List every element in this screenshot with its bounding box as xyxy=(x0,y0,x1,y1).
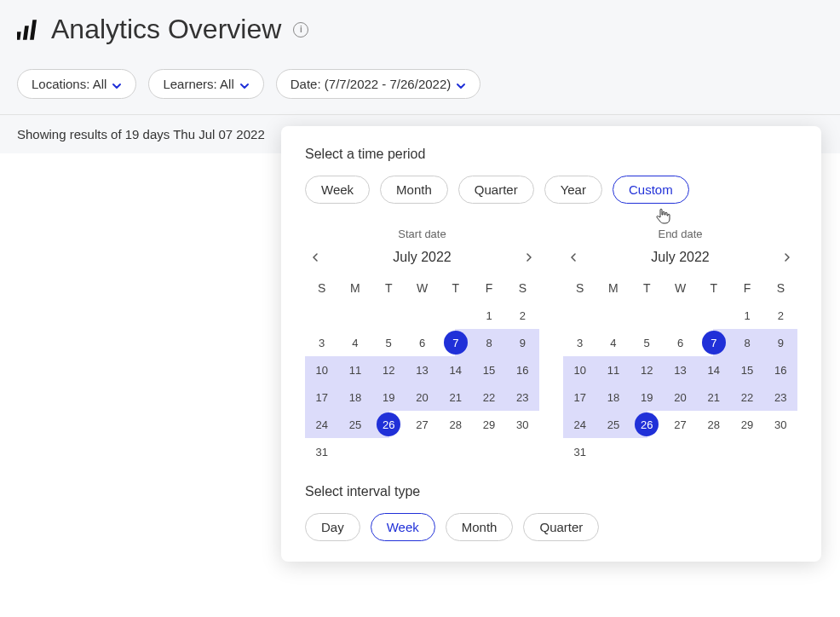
day-16[interactable]: 16 xyxy=(506,356,539,383)
day-8[interactable]: 8 xyxy=(730,329,763,356)
day-1[interactable]: 1 xyxy=(730,302,763,329)
day-11[interactable]: 11 xyxy=(596,356,630,383)
day-10[interactable]: 10 xyxy=(563,356,596,383)
day-6[interactable]: 6 xyxy=(664,329,697,356)
day-5[interactable]: 5 xyxy=(630,329,664,356)
weekday: T xyxy=(372,278,406,298)
day-12[interactable]: 12 xyxy=(372,356,406,383)
day-1[interactable]: 1 xyxy=(472,302,505,329)
day-3[interactable]: 3 xyxy=(305,329,338,356)
day-7[interactable]: 7 xyxy=(439,329,472,356)
chevron-down-icon xyxy=(456,79,466,89)
day-19[interactable]: 19 xyxy=(630,383,664,411)
prev-month-icon[interactable] xyxy=(563,247,584,268)
filter-locations-label: Locations: All xyxy=(32,77,106,91)
day-7[interactable]: 7 xyxy=(697,329,730,356)
day-22[interactable]: 22 xyxy=(472,383,505,411)
day-19[interactable]: 19 xyxy=(372,383,406,411)
day-empty xyxy=(563,302,596,329)
day-3[interactable]: 3 xyxy=(563,329,596,356)
day-13[interactable]: 13 xyxy=(664,356,697,383)
day-25[interactable]: 25 xyxy=(596,411,630,438)
day-empty xyxy=(596,302,630,329)
day-28[interactable]: 28 xyxy=(697,411,730,438)
day-empty xyxy=(305,302,338,329)
day-2[interactable]: 2 xyxy=(764,302,797,329)
day-15[interactable]: 15 xyxy=(472,356,505,383)
weekday: F xyxy=(472,278,505,298)
start-calendar-label: Start date xyxy=(305,228,539,240)
svg-rect-2 xyxy=(30,20,37,39)
period-week[interactable]: Week xyxy=(305,176,370,204)
filter-learners[interactable]: Learners: All xyxy=(148,69,263,99)
interval-day[interactable]: Day xyxy=(305,513,360,541)
day-26[interactable]: 26 xyxy=(372,411,406,438)
day-29[interactable]: 29 xyxy=(472,411,505,438)
header-section: Analytics Overview i Locations: All Lear… xyxy=(0,0,840,115)
period-custom[interactable]: Custom xyxy=(613,176,689,204)
day-24[interactable]: 24 xyxy=(305,411,338,438)
day-17[interactable]: 17 xyxy=(563,383,596,411)
start-days-grid: 1234567891011121314151617181920212223242… xyxy=(305,302,539,465)
next-month-icon[interactable] xyxy=(777,247,797,268)
page-title: Analytics Overview xyxy=(51,14,281,45)
day-26[interactable]: 26 xyxy=(630,411,664,438)
end-days-grid: 1234567891011121314151617181920212223242… xyxy=(563,302,797,465)
period-year[interactable]: Year xyxy=(544,176,602,204)
day-15[interactable]: 15 xyxy=(730,356,763,383)
day-9[interactable]: 9 xyxy=(764,329,797,356)
cursor-pointer-icon xyxy=(654,208,671,225)
day-31[interactable]: 31 xyxy=(563,438,596,465)
weekday: M xyxy=(596,278,630,298)
day-23[interactable]: 23 xyxy=(506,383,539,411)
day-29[interactable]: 29 xyxy=(730,411,763,438)
day-14[interactable]: 14 xyxy=(439,356,472,383)
day-2[interactable]: 2 xyxy=(506,302,539,329)
day-25[interactable]: 25 xyxy=(338,411,371,438)
day-4[interactable]: 4 xyxy=(596,329,630,356)
day-13[interactable]: 13 xyxy=(406,356,439,383)
day-9[interactable]: 9 xyxy=(506,329,539,356)
period-quarter[interactable]: Quarter xyxy=(458,176,534,204)
day-28[interactable]: 28 xyxy=(439,411,472,438)
day-22[interactable]: 22 xyxy=(730,383,763,411)
day-21[interactable]: 21 xyxy=(439,383,472,411)
weekday: S xyxy=(506,278,539,298)
prev-month-icon[interactable] xyxy=(305,247,325,268)
interval-quarter[interactable]: Quarter xyxy=(523,513,599,541)
day-10[interactable]: 10 xyxy=(305,356,338,383)
filter-date[interactable]: Date: (7/7/2022 - 7/26/2022) xyxy=(276,69,480,99)
interval-month[interactable]: Month xyxy=(446,513,514,541)
interval-week[interactable]: Week xyxy=(371,513,435,541)
info-icon[interactable]: i xyxy=(293,22,308,37)
day-6[interactable]: 6 xyxy=(406,329,439,356)
day-27[interactable]: 27 xyxy=(664,411,697,438)
day-24[interactable]: 24 xyxy=(563,411,596,438)
day-18[interactable]: 18 xyxy=(338,383,371,411)
day-11[interactable]: 11 xyxy=(338,356,371,383)
day-31[interactable]: 31 xyxy=(305,438,338,465)
period-month[interactable]: Month xyxy=(380,176,448,204)
day-empty xyxy=(372,302,406,329)
day-4[interactable]: 4 xyxy=(338,329,371,356)
day-17[interactable]: 17 xyxy=(305,383,338,411)
day-5[interactable]: 5 xyxy=(372,329,406,356)
chevron-down-icon xyxy=(239,79,250,89)
day-23[interactable]: 23 xyxy=(764,383,797,411)
day-12[interactable]: 12 xyxy=(630,356,664,383)
day-21[interactable]: 21 xyxy=(697,383,730,411)
day-14[interactable]: 14 xyxy=(697,356,730,383)
day-30[interactable]: 30 xyxy=(506,411,539,438)
day-empty xyxy=(697,302,730,329)
next-month-icon[interactable] xyxy=(519,247,539,268)
day-30[interactable]: 30 xyxy=(764,411,797,438)
weekday: W xyxy=(406,278,439,298)
day-8[interactable]: 8 xyxy=(472,329,505,356)
day-20[interactable]: 20 xyxy=(664,383,697,411)
day-18[interactable]: 18 xyxy=(596,383,630,411)
filter-locations[interactable]: Locations: All xyxy=(17,69,136,99)
day-16[interactable]: 16 xyxy=(764,356,797,383)
weekday: M xyxy=(338,278,371,298)
day-20[interactable]: 20 xyxy=(406,383,439,411)
day-27[interactable]: 27 xyxy=(406,411,439,438)
